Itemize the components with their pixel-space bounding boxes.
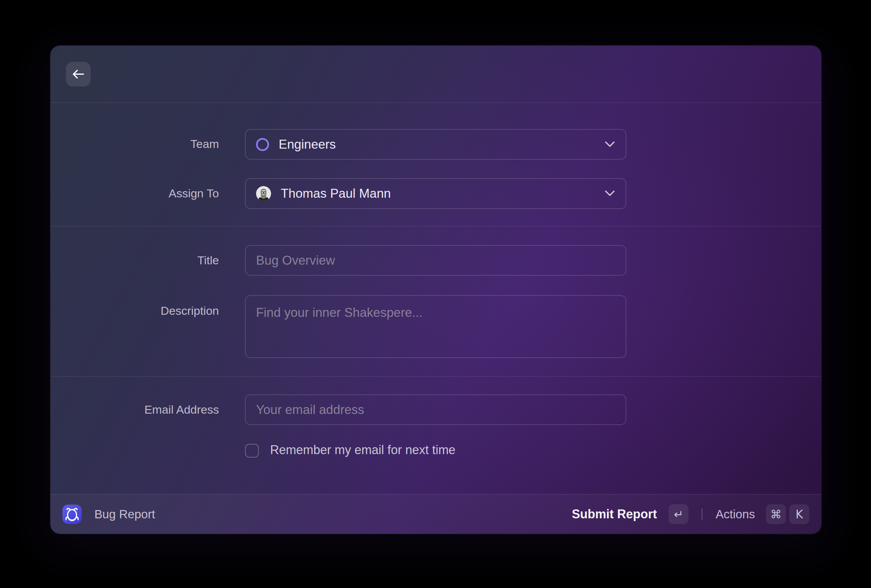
description-textarea[interactable]	[245, 295, 626, 358]
title-label: Title	[51, 253, 219, 268]
description-label: Description	[51, 304, 219, 318]
header-divider	[51, 102, 821, 103]
assignee-selected-value: Thomas Paul Mann	[281, 186, 391, 201]
footer-bar: Bug Report Submit Report ↵ Actions ⌘ K	[51, 494, 821, 534]
remember-email-label[interactable]: Remember my email for next time	[270, 443, 455, 458]
bug-report-window: Team Engineers Assign To	[51, 46, 821, 534]
chevron-down-icon	[605, 190, 615, 197]
assign-to-select[interactable]: Thomas Paul Mann	[245, 178, 626, 209]
submit-report-label: Submit Report	[572, 507, 657, 521]
desktop-backdrop: { "window": { "back_button": "arrow-left…	[0, 0, 871, 588]
command-key-icon: ⌘	[766, 504, 786, 524]
team-label: Team	[51, 137, 219, 151]
back-button[interactable]	[66, 62, 91, 87]
submit-report-button[interactable]: Submit Report ↵	[572, 504, 688, 524]
title-input[interactable]	[245, 245, 626, 275]
section-divider	[51, 226, 821, 227]
section-divider	[51, 376, 821, 377]
email-input[interactable]	[245, 394, 626, 425]
team-select[interactable]: Engineers	[245, 129, 626, 160]
actions-label: Actions	[715, 507, 755, 521]
email-label: Email Address	[51, 402, 219, 417]
team-icon	[256, 138, 269, 151]
k-key-icon: K	[789, 504, 809, 524]
chevron-down-icon	[605, 141, 615, 148]
assignee-avatar	[256, 186, 271, 201]
bug-icon	[63, 504, 82, 524]
command-name: Bug Report	[94, 507, 155, 521]
remember-email-checkbox[interactable]	[245, 444, 259, 458]
team-selected-value: Engineers	[279, 137, 336, 152]
enter-key-icon: ↵	[669, 504, 688, 524]
assign-to-label: Assign To	[51, 186, 219, 200]
footer-separator	[702, 509, 702, 520]
actions-button[interactable]: Actions ⌘ K	[715, 504, 809, 524]
arrow-left-icon	[71, 69, 85, 79]
